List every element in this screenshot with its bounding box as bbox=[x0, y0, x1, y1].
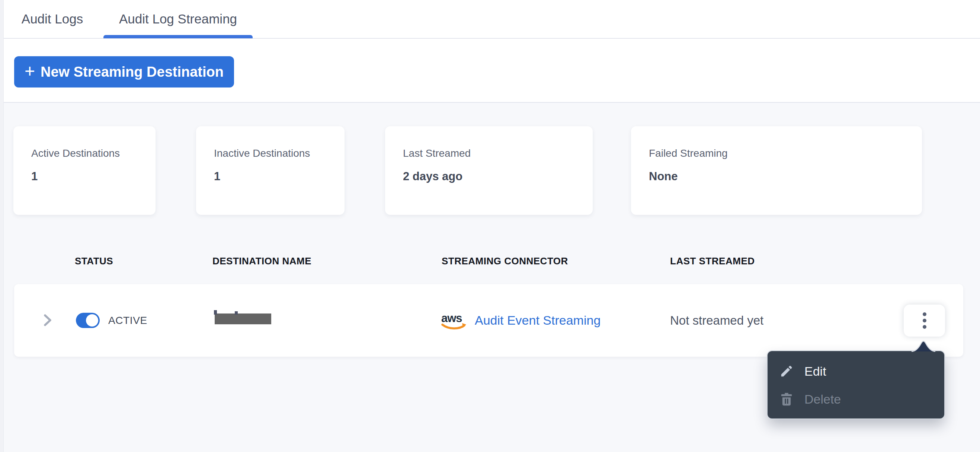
table-header-row: STATUS DESTINATION NAME STREAMING CONNEC… bbox=[0, 256, 980, 270]
stat-value: 1 bbox=[31, 170, 156, 183]
tab-audit-logs-label: Audit Logs bbox=[22, 11, 83, 26]
stat-card-inactive-destinations: Inactive Destinations 1 bbox=[196, 126, 345, 215]
pencil-icon bbox=[780, 364, 794, 378]
chevron-right-icon bbox=[43, 313, 52, 327]
new-streaming-destination-button[interactable]: + New Streaming Destination bbox=[14, 56, 234, 88]
stat-label: Active Destinations bbox=[31, 147, 156, 160]
aws-logo-icon: aws bbox=[441, 311, 467, 330]
redaction-artifact bbox=[214, 310, 217, 315]
kebab-dot bbox=[923, 325, 926, 329]
kebab-dot bbox=[923, 312, 926, 316]
stat-card-last-streamed: Last Streamed 2 days ago bbox=[385, 126, 593, 215]
menu-item-delete[interactable]: Delete bbox=[768, 389, 944, 410]
stat-value: 1 bbox=[214, 170, 345, 183]
column-header-streaming-connector: STREAMING CONNECTOR bbox=[442, 256, 568, 267]
column-header-last-streamed: LAST STREAMED bbox=[670, 256, 755, 267]
status-badge: ACTIVE bbox=[108, 284, 147, 357]
status-toggle[interactable] bbox=[76, 313, 100, 328]
stat-card-failed-streaming: Failed Streaming None bbox=[631, 126, 922, 215]
stat-card-active-destinations: Active Destinations 1 bbox=[13, 126, 156, 215]
new-streaming-destination-label: New Streaming Destination bbox=[41, 64, 224, 80]
connector-link[interactable]: Audit Event Streaming bbox=[475, 284, 600, 357]
column-header-status: STATUS bbox=[75, 256, 113, 267]
redaction-artifact bbox=[235, 311, 238, 315]
svg-text:aws: aws bbox=[441, 311, 462, 325]
kebab-dot bbox=[923, 319, 926, 323]
tab-audit-log-streaming-label: Audit Log Streaming bbox=[119, 11, 237, 26]
active-tab-underline bbox=[103, 35, 253, 38]
tab-bar: Audit Logs Audit Log Streaming bbox=[0, 0, 980, 39]
destination-name-redacted bbox=[215, 313, 271, 324]
page-header: Audit Logs Audit Log Streaming + New Str… bbox=[0, 0, 980, 103]
tab-audit-logs[interactable]: Audit Logs bbox=[10, 0, 94, 38]
plus-icon: + bbox=[25, 62, 35, 80]
left-edge-gutter bbox=[0, 0, 4, 452]
stat-label: Failed Streaming bbox=[649, 147, 922, 160]
column-header-destination-name: DESTINATION NAME bbox=[212, 256, 312, 267]
table-row: ACTIVE aws Audit Event Streaming Not str… bbox=[14, 284, 963, 357]
stat-value: None bbox=[649, 170, 922, 183]
stat-label: Last Streamed bbox=[403, 147, 593, 160]
row-actions-menu: Edit Delete bbox=[768, 351, 944, 418]
trash-icon bbox=[780, 392, 794, 406]
tab-audit-log-streaming[interactable]: Audit Log Streaming bbox=[103, 0, 253, 38]
popover-beak bbox=[912, 339, 935, 352]
menu-item-edit[interactable]: Edit bbox=[768, 361, 944, 382]
row-actions-kebab-button[interactable] bbox=[904, 305, 945, 337]
stat-value: 2 days ago bbox=[403, 170, 593, 183]
toggle-knob bbox=[86, 314, 98, 326]
expand-row-button[interactable] bbox=[39, 311, 57, 329]
last-streamed-value: Not streamed yet bbox=[670, 284, 764, 357]
stat-label: Inactive Destinations bbox=[214, 147, 345, 160]
menu-item-label: Delete bbox=[804, 392, 841, 407]
menu-item-label: Edit bbox=[804, 364, 826, 379]
audit-log-streaming-page: Audit Logs Audit Log Streaming + New Str… bbox=[0, 0, 980, 452]
